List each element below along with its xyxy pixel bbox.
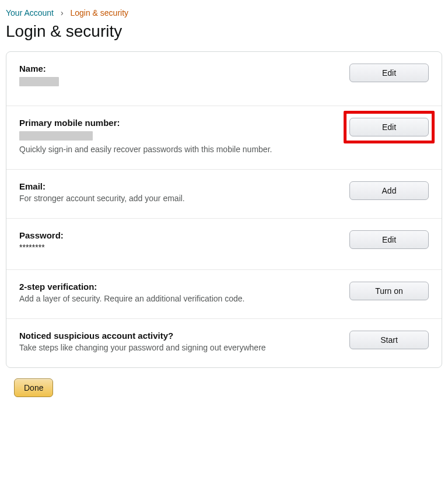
done-button[interactable]: Done bbox=[14, 378, 53, 397]
suspicious-desc: Take steps like changing your password a… bbox=[19, 343, 338, 352]
twostep-label: 2-step verification: bbox=[19, 282, 338, 292]
turn-on-twostep-button[interactable]: Turn on bbox=[349, 282, 429, 300]
edit-password-button[interactable]: Edit bbox=[349, 230, 429, 249]
start-suspicious-button[interactable]: Start bbox=[349, 331, 429, 349]
row-email: Email: For stronger account security, ad… bbox=[6, 170, 442, 219]
twostep-desc: Add a layer of security. Require an addi… bbox=[19, 294, 338, 303]
name-redacted bbox=[19, 77, 59, 86]
row-mobile: Primary mobile number: Quickly sign-in a… bbox=[6, 106, 442, 170]
row-suspicious-left: Noticed suspicious account activity? Tak… bbox=[19, 331, 349, 352]
breadcrumb: Your Account › Login & security bbox=[6, 6, 442, 17]
mobile-desc: Quickly sign-in and easily recover passw… bbox=[19, 145, 338, 154]
edit-mobile-button[interactable]: Edit bbox=[349, 118, 429, 136]
row-password-left: Password: ******** bbox=[19, 230, 349, 254]
mobile-label: Primary mobile number: bbox=[19, 118, 338, 128]
mobile-value bbox=[19, 130, 338, 142]
email-label: Email: bbox=[19, 181, 338, 191]
row-twostep-left: 2-step verification: Add a layer of secu… bbox=[19, 282, 349, 303]
mobile-redacted bbox=[19, 131, 93, 141]
page-title: Login & security bbox=[6, 22, 442, 41]
row-mobile-left: Primary mobile number: Quickly sign-in a… bbox=[19, 118, 349, 154]
breadcrumb-separator: › bbox=[61, 8, 64, 17]
row-email-left: Email: For stronger account security, ad… bbox=[19, 181, 349, 203]
breadcrumb-current: Login & security bbox=[70, 8, 128, 17]
suspicious-label: Noticed suspicious account activity? bbox=[19, 331, 338, 341]
password-value: ******** bbox=[19, 243, 338, 252]
name-value bbox=[19, 76, 338, 88]
breadcrumb-your-account[interactable]: Your Account bbox=[6, 8, 54, 17]
settings-card: Name: Edit Primary mobile number: Quickl… bbox=[6, 51, 442, 368]
row-name: Name: Edit bbox=[6, 52, 442, 106]
row-twostep: 2-step verification: Add a layer of secu… bbox=[6, 270, 442, 319]
email-desc: For stronger account security, add your … bbox=[19, 194, 338, 203]
row-name-left: Name: bbox=[19, 64, 349, 90]
password-label: Password: bbox=[19, 230, 338, 240]
add-email-button[interactable]: Add bbox=[349, 181, 429, 200]
edit-name-button[interactable]: Edit bbox=[349, 64, 429, 82]
row-suspicious: Noticed suspicious account activity? Tak… bbox=[6, 319, 442, 367]
row-password: Password: ******** Edit bbox=[6, 219, 442, 270]
name-label: Name: bbox=[19, 64, 338, 73]
